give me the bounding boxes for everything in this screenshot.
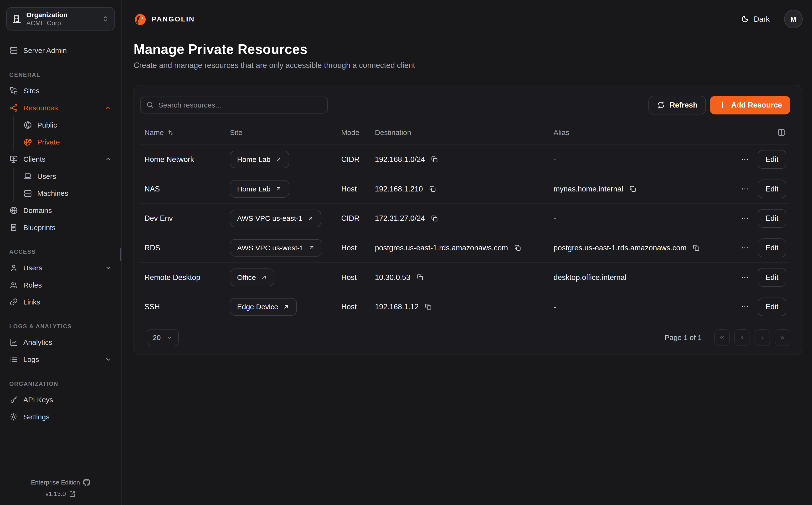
clients-subgroup: Users Machines <box>13 168 115 202</box>
key-icon <box>9 395 18 404</box>
site-link-button[interactable]: AWS VPC us-west-1 <box>230 239 322 257</box>
table-body: Home Network Home Lab CIDR 192.168.1.0/2… <box>140 145 790 321</box>
page-size-select[interactable]: 20 <box>147 329 179 346</box>
sidebar-item-sites[interactable]: Sites <box>6 82 115 100</box>
edition-label: Enterprise Edition <box>31 479 80 486</box>
theme-toggle-button[interactable]: Dark <box>738 14 773 24</box>
sidebar-scrollbar[interactable] <box>120 248 121 261</box>
destination-copy-button[interactable] <box>431 155 438 163</box>
chevron-down-icon <box>105 264 112 271</box>
first-page-button[interactable] <box>714 329 730 346</box>
brand[interactable]: PANGOLIN <box>134 12 195 26</box>
destination-copy-button[interactable] <box>429 185 436 193</box>
add-resource-button[interactable]: Add Resource <box>710 96 790 115</box>
sidebar-item-resources[interactable]: Resources <box>6 100 115 117</box>
org-selector-value: ACME Corp. <box>26 19 67 27</box>
sidebar-item-machines[interactable]: Machines <box>20 185 115 202</box>
sites-icon <box>9 86 18 95</box>
edit-button[interactable]: Edit <box>758 180 786 198</box>
chevrons-up-down-icon <box>102 15 110 23</box>
column-header-site: Site <box>226 128 337 137</box>
sidebar-item-links[interactable]: Links <box>6 294 115 311</box>
org-selector[interactable]: Organization ACME Corp. <box>6 7 115 30</box>
alias-copy-button[interactable] <box>692 244 700 252</box>
destination-copy-button[interactable] <box>514 244 522 252</box>
arrow-up-right-icon <box>308 244 315 251</box>
site-link-button[interactable]: Home Lab <box>230 151 289 168</box>
resource-destination: 10.30.0.53 <box>375 273 410 282</box>
column-header-name[interactable]: Name <box>140 128 225 137</box>
sidebar-item-server-admin[interactable]: Server Admin <box>6 42 115 59</box>
page-size-value: 20 <box>153 333 161 342</box>
sidebar-item-public[interactable]: Public <box>20 116 115 134</box>
refresh-icon <box>657 101 665 109</box>
table-row: Remote Desktop Office Host 10.30.0.53 de… <box>140 263 790 292</box>
arrow-up-right-icon <box>307 215 314 222</box>
avatar[interactable]: M <box>784 10 803 28</box>
alias-copy-button[interactable] <box>629 185 637 193</box>
edit-button[interactable]: Edit <box>758 298 786 316</box>
refresh-button[interactable]: Refresh <box>648 96 706 115</box>
org-selector-texts: Organization ACME Corp. <box>26 11 67 27</box>
sidebar-item-label: Sites <box>23 87 40 95</box>
edit-button[interactable]: Edit <box>758 150 786 169</box>
row-menu-button[interactable] <box>741 185 749 193</box>
row-menu-button[interactable] <box>741 303 749 311</box>
external-link-icon[interactable] <box>69 491 75 497</box>
row-menu-button[interactable] <box>741 155 749 164</box>
table-row: NAS Home Lab Host 192.168.1.210 mynas.ho… <box>140 174 790 204</box>
edit-button[interactable]: Edit <box>758 238 786 257</box>
column-visibility-button[interactable] <box>777 128 786 137</box>
row-menu-button[interactable] <box>741 214 749 222</box>
sidebar-item-private[interactable]: Private <box>20 134 115 151</box>
sidebar-item-label: Public <box>37 121 57 129</box>
sidebar-item-client-users[interactable]: Users <box>20 168 115 185</box>
resource-destination: 192.168.1.0/24 <box>375 155 425 164</box>
destination-copy-button[interactable] <box>424 303 432 311</box>
edit-button[interactable]: Edit <box>758 209 786 228</box>
page-status: Page 1 of 1 <box>665 333 702 342</box>
sidebar-section-access: ACCESS <box>9 248 112 255</box>
sidebar-item-label: API Keys <box>23 395 53 404</box>
arrow-up-right-icon <box>275 185 282 192</box>
sidebar-item-label: Users <box>37 172 56 180</box>
resource-destination: 192.168.1.12 <box>375 302 419 311</box>
table-row: SSH Edge Device Host 192.168.1.12 - <box>140 292 790 321</box>
row-menu-button[interactable] <box>741 273 749 282</box>
users-icon <box>9 281 18 290</box>
sidebar-item-label: Server Admin <box>23 46 67 54</box>
sidebar-item-users[interactable]: Users <box>6 260 115 277</box>
link-icon <box>9 298 18 306</box>
toolbar-buttons: Refresh Add Resource <box>648 96 790 115</box>
row-menu-button[interactable] <box>741 244 749 252</box>
search-input[interactable] <box>140 97 328 114</box>
site-link-button[interactable]: Office <box>230 269 274 286</box>
last-page-button[interactable] <box>775 329 790 346</box>
site-link-button[interactable]: AWS VPC us-east-1 <box>230 210 321 227</box>
resource-name: NAS <box>145 185 160 193</box>
sidebar-item-clients[interactable]: Clients <box>6 151 115 168</box>
globe-lock-icon <box>23 138 32 146</box>
sidebar-item-domains[interactable]: Domains <box>6 202 115 219</box>
sidebar-item-logs[interactable]: Logs <box>6 351 115 368</box>
resource-destination: 172.31.27.0/24 <box>375 214 425 223</box>
github-icon[interactable] <box>83 479 90 486</box>
destination-copy-button[interactable] <box>431 214 438 222</box>
sidebar-item-roles[interactable]: Roles <box>6 276 115 294</box>
sidebar-item-api-keys[interactable]: API Keys <box>6 391 115 408</box>
search-icon <box>146 101 154 109</box>
destination-copy-button[interactable] <box>416 274 424 281</box>
site-link-button[interactable]: Home Lab <box>230 180 289 198</box>
sidebar-item-analytics[interactable]: Analytics <box>6 334 115 351</box>
edit-button[interactable]: Edit <box>758 268 786 287</box>
sidebar-item-settings[interactable]: Settings <box>6 408 115 426</box>
site-link-button[interactable]: Edge Device <box>230 298 297 316</box>
chart-line-icon <box>9 338 18 347</box>
table-row: Dev Env AWS VPC us-east-1 CIDR 172.31.27… <box>140 204 790 233</box>
next-page-button[interactable] <box>755 329 770 346</box>
receipt-icon <box>9 223 18 232</box>
sidebar-item-blueprints[interactable]: Blueprints <box>6 219 115 236</box>
sidebar-item-label: Logs <box>23 355 39 364</box>
sidebar-footer: Enterprise Edition v1.13.0 <box>6 479 115 500</box>
prev-page-button[interactable] <box>734 329 750 346</box>
